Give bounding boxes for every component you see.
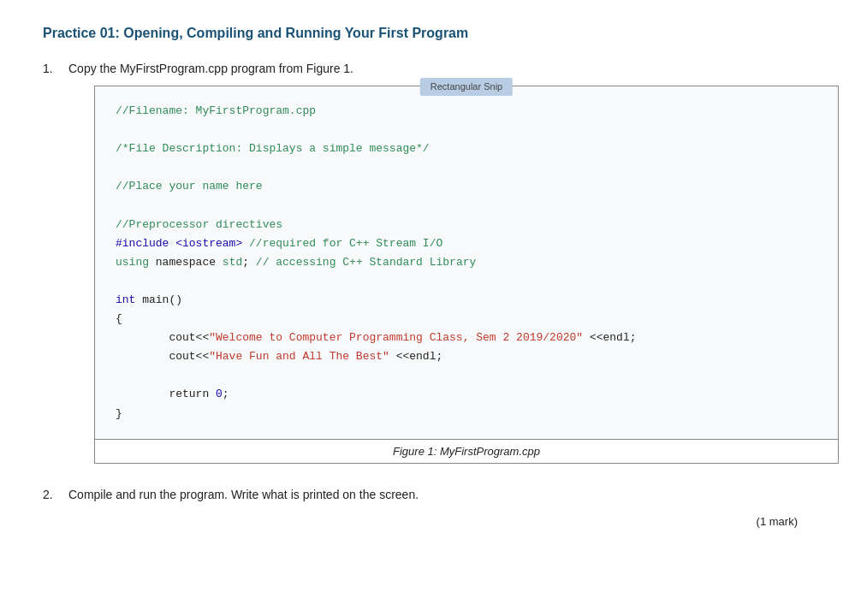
return-semi: ; (223, 388, 229, 400)
return-text: return (116, 388, 216, 400)
question-1: 1. Copy the MyFirstProgram.cpp program f… (43, 62, 806, 474)
main-text: main() (135, 293, 182, 306)
code-line-8: #include <iostream> //required for C++ S… (116, 234, 817, 253)
question-1-text: Copy the MyFirstProgram.cpp program from… (68, 62, 353, 75)
code-line-3: /*File Description: Displays a simple me… (116, 139, 817, 158)
cout2-endl: <<endl; (389, 350, 442, 363)
std-keyword: std (223, 256, 242, 269)
using-keyword: using (116, 256, 149, 269)
cout1-string: "Welcome to Computer Programming Class, … (209, 331, 583, 344)
page-title: Practice 01: Opening, Compiling and Runn… (43, 26, 806, 41)
preprocessor-comment: //required for C++ Stream I/O (242, 237, 442, 250)
question-2-wrapper: 2. Compile and run the program. Write wh… (43, 488, 806, 528)
code-line-blank-2 (116, 158, 817, 177)
cout2-prefix: cout<< (116, 350, 209, 363)
std-comment: // accessing C++ Standard Library (256, 256, 476, 269)
code-line-blank-5 (116, 366, 817, 385)
cout1-prefix: cout<< (116, 331, 209, 344)
question-2-number: 2. (43, 488, 68, 501)
code-line-16: return 0; (116, 385, 817, 404)
question-2: 2. Compile and run the program. Write wh… (43, 488, 806, 501)
zero-value: 0 (216, 388, 223, 400)
semicolon-1: ; (242, 256, 256, 269)
code-line-blank-4 (116, 272, 817, 291)
code-line-blank-1 (116, 121, 817, 139)
code-line-5: //Place your name here (116, 177, 817, 196)
namespace-text: namespace (149, 256, 223, 269)
cout2-string: "Have Fun and All The Best" (209, 350, 389, 363)
question-2-text: Compile and run the program. Write what … (68, 488, 419, 501)
code-line-13: cout<<"Welcome to Computer Programming C… (116, 329, 817, 347)
code-line-1: //Filename: MyFirstProgram.cpp (116, 102, 817, 121)
code-line-9: using namespace std; // accessing C++ St… (116, 253, 817, 272)
code-line-17: } (116, 405, 817, 424)
snip-label: Rectangular Snip (420, 78, 513, 96)
code-area: Rectangular Snip //Filename: MyFirstProg… (95, 86, 838, 439)
mark-label: (1 mark) (43, 515, 806, 528)
preprocessor-keyword: #include <iostream> (116, 237, 242, 250)
question-1-number: 1. (43, 62, 68, 75)
code-line-7: //Preprocessor directives (116, 216, 817, 234)
code-figure: Rectangular Snip //Filename: MyFirstProg… (94, 86, 839, 464)
code-line-12: { (116, 310, 817, 329)
code-line-blank-3 (116, 196, 817, 215)
int-keyword: int (116, 293, 135, 306)
code-line-11: int main() (116, 291, 817, 310)
cout1-endl: <<endl; (583, 331, 636, 344)
code-caption: Figure 1: MyFirstProgram.cpp (95, 439, 838, 463)
code-line-14: cout<<"Have Fun and All The Best" <<endl… (116, 347, 817, 366)
